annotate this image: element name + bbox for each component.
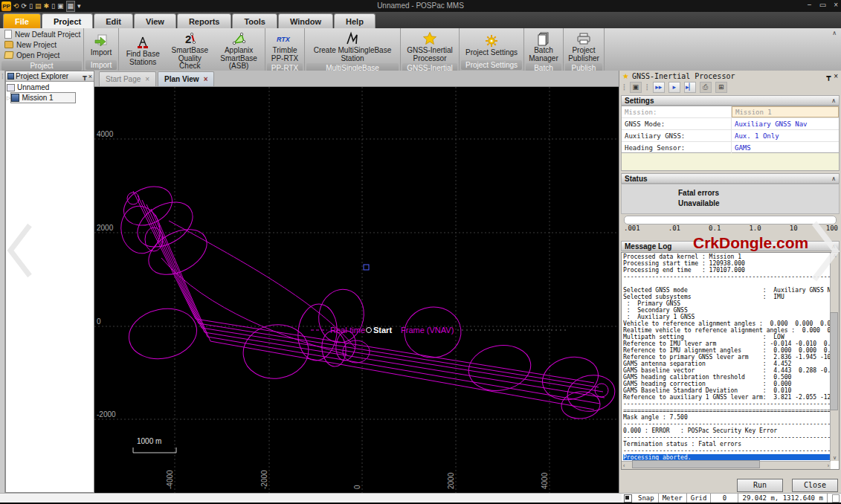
- log-vscroll-thumb[interactable]: [830, 312, 838, 410]
- log-line: Realtime vehicle to reference alignment …: [623, 327, 830, 334]
- tab-close-icon[interactable]: ×: [145, 72, 149, 86]
- display-icon[interactable]: ▣: [630, 82, 642, 93]
- svg-text:0: 0: [353, 485, 361, 489]
- status-section-header[interactable]: Status ∧: [621, 173, 840, 184]
- setting-label: GNSS Mode:: [622, 118, 732, 129]
- title-bar: PP ⟲ ⟳ ▯ ▤ ✱ ▯ ▣ ▦ ▾ Unnamed - POSPac MM…: [0, 0, 841, 12]
- section-title: Message Log: [625, 242, 671, 251]
- left-dock-strip[interactable]: ┆: [0, 71, 5, 493]
- menu-tab-help[interactable]: Help: [334, 13, 376, 29]
- tree-item-unnamed[interactable]: Unnamed: [7, 83, 94, 92]
- tab-label: Start Page: [106, 72, 141, 86]
- status-line: Unavailable: [678, 198, 839, 209]
- restore-button[interactable]: ▭: [819, 1, 826, 9]
- close-panel-button[interactable]: Close: [792, 479, 838, 492]
- button-label: Open Project: [16, 51, 59, 59]
- explorer-icon: [7, 73, 14, 80]
- close-icon[interactable]: ×: [88, 73, 92, 80]
- find-base-stations-button[interactable]: Find Base Stations: [120, 33, 165, 66]
- menu-tab-window[interactable]: Window: [278, 13, 333, 29]
- base-station-icon: [136, 34, 149, 51]
- selection-marker: [364, 265, 369, 270]
- start-label: Start: [373, 326, 392, 335]
- gnss-inertial-processor-button[interactable]: GNSS-Inertial Processor: [402, 29, 457, 62]
- menu-bar: FileProjectEditViewReportsToolsWindowHel…: [0, 12, 841, 28]
- run-button[interactable]: Run: [737, 479, 783, 492]
- snap-checkbox-icon[interactable]: [624, 494, 632, 503]
- scale-tick: 0.1: [709, 224, 721, 232]
- close-button[interactable]: ×: [834, 1, 838, 9]
- heading-sensor-field[interactable]: GAMS: [732, 142, 839, 153]
- run-forward-icon[interactable]: ▸▸: [653, 82, 665, 93]
- toolbar-grip[interactable]: ┇: [645, 84, 649, 91]
- tree-item-mission1[interactable]: Mission 1: [10, 92, 76, 103]
- log-line: Processing aborted.: [623, 454, 830, 460]
- log-hscroll-thumb[interactable]: [632, 460, 760, 468]
- import-button[interactable]: Import: [88, 31, 114, 57]
- project-tree: Unnamed ▷ Mission 1: [6, 82, 94, 103]
- run-icon[interactable]: ▸: [668, 82, 680, 93]
- collapse-icon[interactable]: ∧: [831, 97, 836, 104]
- tree-item-label: Mission 1: [22, 94, 53, 102]
- collapse-icon[interactable]: ∧: [831, 175, 836, 182]
- log-line: GAMS heading calibration threshold : 0.5…: [623, 374, 830, 381]
- new-default-project-button[interactable]: New Default Project: [4, 29, 82, 39]
- svg-text:1000 m: 1000 m: [137, 437, 161, 445]
- message-log[interactable]: Processed data kernel : Mission 1Process…: [621, 252, 840, 470]
- toolbar-grip[interactable]: ┇: [622, 84, 626, 91]
- button-label: GNSS-Inertial Processor: [405, 47, 455, 62]
- button-label: Import: [91, 49, 112, 57]
- auxiliary-gnss-field[interactable]: Aux. 1 Only: [732, 130, 839, 141]
- mission-field[interactable]: Mission 1: [732, 106, 839, 117]
- scale-tick: .001: [624, 224, 640, 232]
- menu-tab-view[interactable]: View: [134, 13, 176, 29]
- run-to-end-icon[interactable]: ▸▏: [684, 82, 696, 93]
- resize-grip[interactable]: [832, 494, 840, 503]
- svg-text:RTX: RTX: [277, 36, 291, 43]
- x-axis-labels: -4000 -2000 0 2000 4000: [166, 470, 549, 489]
- tab-close-icon[interactable]: ×: [204, 72, 208, 86]
- log-line: Reference to primary GNSS lever arm : 2.…: [623, 354, 830, 361]
- trimble-pp-rtx-button[interactable]: RTX Trimble PP-RTX: [267, 29, 303, 62]
- ribbon-collapse-icon[interactable]: ∧: [832, 30, 837, 36]
- svg-text:4000: 4000: [97, 130, 114, 138]
- settings-section-header[interactable]: Settings ∧: [621, 95, 840, 106]
- project-settings-button[interactable]: Project Settings: [463, 31, 520, 57]
- new-project-button[interactable]: New Project: [4, 39, 82, 50]
- export-icon[interactable]: ⎙: [700, 82, 712, 93]
- close-icon[interactable]: ×: [834, 72, 838, 80]
- menu-tab-edit[interactable]: Edit: [94, 13, 133, 29]
- minimize-button[interactable]: −: [808, 1, 812, 9]
- menu-tab-reports[interactable]: Reports: [177, 13, 232, 29]
- menu-tab-project[interactable]: Project: [42, 13, 93, 29]
- plan-view-canvas[interactable]: 4000 2000 0 -2000 -4000 -2000 0 2000 400…: [94, 87, 619, 493]
- trajectory-annotations: Real-time Start Frame (VNAV): [311, 326, 569, 335]
- svg-text:-2000: -2000: [260, 470, 268, 489]
- create-multisinglebase-button[interactable]: Create MultiSingleBase Station: [306, 29, 399, 62]
- log-line: ----------------------------------------…: [623, 434, 830, 441]
- gnss-inertial-processor-panel: ★ GNSS-Inertial Processor ┳ × ┇ ▣ ┇ ▸▸ ▸…: [619, 71, 841, 493]
- gnss-mode-field[interactable]: Auxiliary GNSS Nav: [732, 118, 839, 129]
- tab-start-page[interactable]: Start Page ×: [99, 71, 156, 86]
- menu-tab-tools[interactable]: Tools: [232, 13, 277, 29]
- log-line: GAMS Baseline Standard Deviation : 0.010: [623, 387, 830, 394]
- start-marker-icon: [367, 328, 372, 333]
- smartbase-quality-check-button[interactable]: 2 SmartBase Quality Check: [165, 29, 214, 71]
- scale-bar: 1000 m: [133, 437, 176, 453]
- applanix-smartbase-button[interactable]: Applanix SmartBase (ASB): [214, 29, 263, 71]
- log-line: : Auxiliary 1 GNSS: [623, 314, 830, 320]
- menu-tab-file[interactable]: File: [3, 13, 41, 29]
- pin-icon[interactable]: ┳: [826, 72, 831, 80]
- pin-icon[interactable]: ┳: [83, 73, 86, 80]
- open-project-button[interactable]: Open Project: [4, 50, 82, 60]
- processor-buttons: Run Close: [737, 479, 838, 492]
- tab-plan-view[interactable]: Plan View ×: [158, 71, 214, 86]
- button-label: SmartBase Quality Check: [167, 47, 212, 71]
- section-title: Status: [625, 175, 648, 183]
- collapse-icon[interactable]: ∧: [831, 243, 836, 250]
- gold-star-icon: ★: [622, 72, 629, 80]
- options-icon[interactable]: ⊞: [715, 82, 727, 93]
- project-publisher-button[interactable]: Project Publisher: [565, 29, 602, 62]
- batch-manager-button[interactable]: Batch Manager: [526, 29, 561, 62]
- button-label: Project Publisher: [567, 47, 600, 62]
